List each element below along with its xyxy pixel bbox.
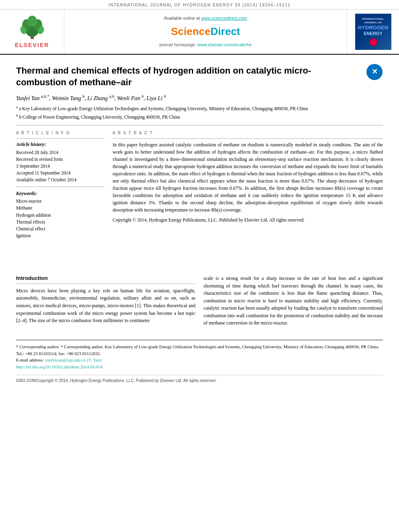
- journal-homepage-link[interactable]: www.elsevier.com/locate/he: [197, 42, 252, 47]
- footnote-area: * Corresponding author. * Corresponding …: [16, 340, 383, 384]
- corresponding-author-note: * Corresponding author. * Corresponding …: [16, 343, 383, 357]
- elsevier-tree-icon: [16, 14, 48, 40]
- history-available: Available online 7 October 2014: [16, 177, 105, 183]
- keyword-1: Micro-reactor: [16, 198, 105, 204]
- history-accepted: Accepted 11 September 2014: [16, 170, 105, 176]
- abstract-text: In this paper hydrogen assisted catalyti…: [113, 141, 383, 214]
- svg-point-4: [27, 16, 37, 27]
- title-row: Thermal and chemical effects of hydrogen…: [16, 62, 383, 94]
- spacer: [16, 239, 383, 263]
- sciencedirect-logo: ScienceDirect: [171, 24, 240, 39]
- introduction-left: Introduction Micro devices have been pla…: [16, 275, 195, 327]
- introduction-right: scale is a strong result for a sharp inc…: [204, 275, 383, 327]
- divider-keywords: [16, 187, 105, 187]
- history-revised-label: Received in revised form: [16, 156, 105, 162]
- keyword-2: Methane: [16, 205, 105, 211]
- elsevier-logo: ELSEVIER: [15, 14, 49, 49]
- crossmark-icon: ✕: [366, 64, 383, 80]
- journal-top-bar: INTERNATIONAL JOURNAL OF HYDROGEN ENERGY…: [0, 0, 399, 10]
- main-content: Thermal and chemical effects of hydrogen…: [0, 55, 399, 391]
- keyword-3: Hydrogen addition: [16, 212, 105, 218]
- elsevier-logo-section: ELSEVIER: [0, 10, 64, 54]
- keywords-label: Keywords:: [16, 190, 105, 197]
- introduction-left-text: Micro devices have been playing a key ro…: [16, 287, 195, 325]
- affiliation-a: a a Key Laboratory of Low-grade Energy U…: [16, 105, 383, 112]
- elsevier-wordmark: ELSEVIER: [15, 41, 49, 49]
- keyword-4: Thermal effects: [16, 219, 105, 225]
- email-link[interactable]: yunfeiyan@cqu.edu.cn (Y. Yan).: [45, 357, 102, 362]
- journal-cover-icon: [369, 38, 377, 46]
- abstract-column: A B S T R A C T In this paper hydrogen a…: [113, 130, 383, 239]
- abstract-label: A B S T R A C T: [113, 130, 383, 136]
- abstract-copyright: Copyright © 2014, Hydrogen Energy Public…: [113, 217, 383, 223]
- bottom-copyright: 0360-3199/Copyright © 2014, Hydrogen Ene…: [16, 375, 383, 384]
- keyword-6: Ignition: [16, 232, 105, 239]
- journal-cover-section: INTERNATIONAL JOURNAL OF HYDROGEN ENERGY: [347, 10, 399, 54]
- introduction-right-text: scale is a strong result for a sharp inc…: [204, 275, 383, 327]
- divider-info: [16, 138, 105, 139]
- article-info-abstract: A R T I C L E I N F O Article history: R…: [16, 130, 383, 239]
- affiliation-b: b b College of Power Engineering, Chongq…: [16, 113, 383, 120]
- divider-1: [16, 125, 383, 125]
- svg-text:✕: ✕: [372, 68, 378, 76]
- header-section: ELSEVIER Available online at www.science…: [0, 10, 399, 55]
- sciencedirect-url[interactable]: www.sciencedirect.com: [201, 16, 247, 21]
- introduction-title: Introduction: [16, 275, 195, 284]
- history-received: Received 28 July 2014: [16, 149, 105, 156]
- history-label: Article history:: [16, 141, 105, 148]
- doi-link[interactable]: http://dx.doi.org/10.1016/j.ijhydene.201…: [16, 364, 103, 369]
- sciencedirect-section: Available online at www.sciencedirect.co…: [64, 10, 347, 54]
- journal-homepage: journal homepage: www.elsevier.com/locat…: [159, 42, 251, 48]
- journal-cover-image: INTERNATIONAL JOURNAL OF HYDROGEN ENERGY: [355, 14, 391, 50]
- journal-header-text: INTERNATIONAL JOURNAL OF HYDROGEN ENERGY…: [109, 3, 291, 7]
- divider-abstract: [113, 138, 383, 139]
- doi-line: http://dx.doi.org/10.1016/j.ijhydene.201…: [16, 364, 383, 370]
- authors: Yunfei Yan a,b,*, Weimin Tang b, Li Zhan…: [16, 94, 383, 102]
- email-note: E-mail address: yunfeiyan@cqu.edu.cn (Y.…: [16, 357, 383, 364]
- available-online-label: Available online at www.sciencedirect.co…: [164, 15, 247, 21]
- article-info-column: A R T I C L E I N F O Article history: R…: [16, 130, 105, 239]
- article-info-label: A R T I C L E I N F O: [16, 130, 105, 136]
- keyword-5: Chemical effect: [16, 226, 105, 232]
- article-title: Thermal and chemical effects of hydrogen…: [16, 65, 360, 88]
- history-revised-date: 3 September 2014: [16, 163, 105, 169]
- introduction-section: Introduction Micro devices have been pla…: [16, 275, 383, 327]
